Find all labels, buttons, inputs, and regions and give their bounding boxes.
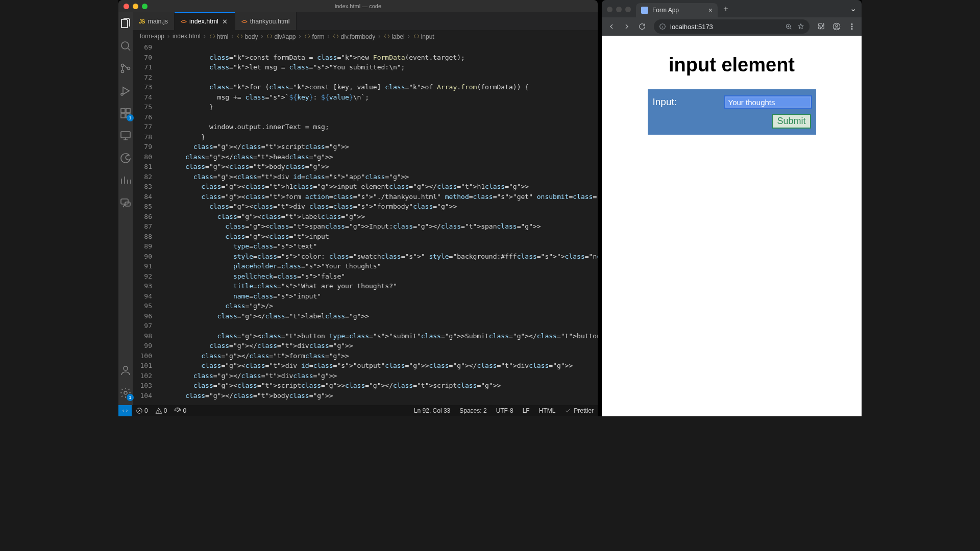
svg-point-3 xyxy=(128,67,130,70)
svg-rect-5 xyxy=(121,109,125,113)
svg-point-19 xyxy=(177,410,179,412)
traffic-minimize[interactable] xyxy=(616,7,622,12)
page-heading: input element xyxy=(669,54,795,76)
search-icon[interactable] xyxy=(118,39,133,53)
breadcrumb-item: html xyxy=(209,33,229,40)
thoughts-input[interactable] xyxy=(725,96,811,108)
form-card: Input: Submit xyxy=(648,89,816,135)
breadcrumb-item: body xyxy=(236,33,258,40)
run-debug-icon[interactable] xyxy=(118,84,133,98)
nav-back-icon[interactable] xyxy=(605,20,618,33)
bookmark-star-icon[interactable] xyxy=(797,23,804,30)
browser-viewport: input element Input: Submit xyxy=(602,36,862,416)
svg-rect-7 xyxy=(121,114,125,118)
vscode-window: index.html — code 1 xyxy=(118,0,598,416)
editor-tab-row: JS main.js <> index.html ✕ <> thankyou.h… xyxy=(133,12,598,30)
breadcrumb-item[interactable]: index.html xyxy=(173,33,201,40)
file-icon-html: <> xyxy=(241,18,247,24)
svg-point-1 xyxy=(121,64,124,67)
profile-avatar-icon[interactable] xyxy=(830,20,843,33)
activity-bar: 1 xyxy=(118,12,133,405)
site-info-icon[interactable] xyxy=(659,23,666,30)
svg-point-23 xyxy=(836,24,838,27)
breadcrumb-item: label xyxy=(383,33,404,40)
chrome-window: Form App × ＋ ⌄ localhost:5173 xyxy=(602,0,862,416)
svg-point-12 xyxy=(124,366,128,370)
line-gutter: 6970717273747576777879808182838485868788… xyxy=(133,42,161,400)
input-label: Input: xyxy=(653,96,677,108)
status-bar: 0 0 0 Ln 92, Col 33 Spaces: 2 UTF-8 LF H… xyxy=(118,405,598,416)
tab-label: thankyou.html xyxy=(250,18,290,25)
graph-panel-icon[interactable] xyxy=(118,173,133,188)
breadcrumb-item: input xyxy=(413,33,434,40)
remote-indicator[interactable] xyxy=(118,405,132,416)
vscode-window-title: index.html — code xyxy=(118,3,598,9)
omnibox-url: localhost:5173 xyxy=(670,23,713,31)
tab-label: index.html xyxy=(189,18,218,25)
status-formatter[interactable]: Prettier xyxy=(565,407,594,414)
browser-tab-title: Form App xyxy=(652,7,679,14)
tab-main-js[interactable]: JS main.js xyxy=(133,12,175,30)
chrome-toolbar: localhost:5173 xyxy=(602,17,862,36)
nav-reload-icon[interactable] xyxy=(635,20,649,33)
code-editor[interactable]: 6970717273747576777879808182838485868788… xyxy=(133,42,598,405)
remote-explorer-icon[interactable] xyxy=(118,129,133,143)
feedback-panel-icon[interactable] xyxy=(118,196,133,210)
file-icon-html: <> xyxy=(181,18,186,24)
breadcrumb[interactable]: form-app› index.html› html› body› div#ap… xyxy=(133,30,598,42)
zoom-icon[interactable] xyxy=(785,23,792,30)
status-spaces[interactable]: Spaces: 2 xyxy=(459,407,486,414)
extensions-puzzle-icon[interactable] xyxy=(815,20,828,33)
status-lang[interactable]: HTML xyxy=(539,407,556,414)
omnibox[interactable]: localhost:5173 xyxy=(654,19,810,34)
breadcrumb-item: div#app xyxy=(266,33,296,40)
kebab-menu-icon[interactable] xyxy=(845,20,859,33)
source-control-icon[interactable] xyxy=(118,61,133,76)
status-eol[interactable]: LF xyxy=(523,407,530,414)
svg-point-4 xyxy=(121,93,123,95)
favicon-icon xyxy=(641,7,648,14)
svg-point-24 xyxy=(851,23,852,24)
close-icon[interactable]: × xyxy=(708,7,713,14)
code-content[interactable]: class="k">const formData = class="k">new… xyxy=(161,42,598,400)
vscode-titlebar: index.html — code xyxy=(118,0,598,12)
traffic-zoom[interactable] xyxy=(625,7,631,12)
tab-index-html[interactable]: <> index.html ✕ xyxy=(175,12,235,30)
close-icon[interactable]: ✕ xyxy=(222,18,229,25)
svg-point-26 xyxy=(851,29,852,30)
breadcrumb-item: form xyxy=(304,33,324,40)
svg-rect-6 xyxy=(126,109,130,113)
submit-button[interactable]: Submit xyxy=(772,114,811,129)
svg-point-2 xyxy=(121,70,124,73)
breadcrumb-item[interactable]: form-app xyxy=(140,33,164,40)
svg-rect-9 xyxy=(121,132,130,138)
nav-forward-icon[interactable] xyxy=(620,20,633,33)
tab-thankyou-html[interactable]: <> thankyou.html xyxy=(235,12,297,30)
new-tab-button[interactable]: ＋ xyxy=(722,4,730,14)
svg-rect-10 xyxy=(121,199,128,204)
status-errors[interactable]: 0 xyxy=(136,407,148,414)
status-ports[interactable]: 0 xyxy=(174,407,186,414)
status-encoding[interactable]: UTF-8 xyxy=(496,407,513,414)
svg-point-25 xyxy=(851,26,852,27)
extensions-icon[interactable]: 1 xyxy=(118,106,133,120)
breadcrumb-item: div.formbody xyxy=(332,33,375,40)
status-warnings[interactable]: 0 xyxy=(155,407,167,414)
file-icon-js: JS xyxy=(139,18,144,24)
svg-point-13 xyxy=(124,391,127,394)
svg-point-0 xyxy=(121,42,129,49)
tab-overflow-icon[interactable]: ⌄ xyxy=(850,4,856,13)
tab-label: main.js xyxy=(148,18,168,25)
traffic-close[interactable] xyxy=(607,7,612,12)
browser-tab[interactable]: Form App × xyxy=(636,3,718,17)
chrome-tabstrip: Form App × ＋ ⌄ xyxy=(602,0,862,17)
settings-gear-icon[interactable]: 1 xyxy=(118,386,133,400)
explorer-icon[interactable] xyxy=(118,16,133,31)
status-cursor[interactable]: Ln 92, Col 33 xyxy=(414,407,450,414)
edge-tools-icon[interactable] xyxy=(118,151,133,165)
accounts-icon[interactable] xyxy=(118,363,133,378)
